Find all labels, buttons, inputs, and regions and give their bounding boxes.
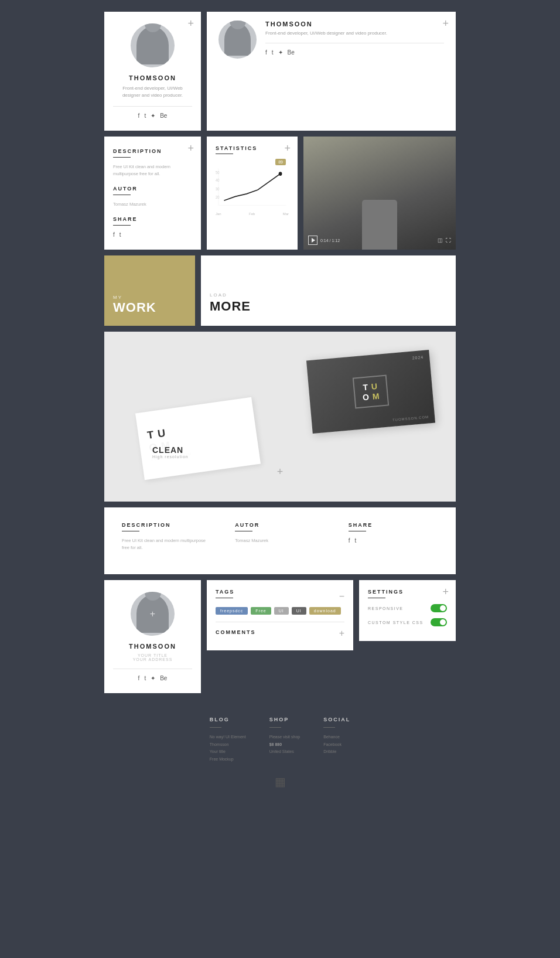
tag-download[interactable]: download [309, 607, 341, 615]
svg-text:20: 20 [216, 195, 220, 199]
bizcard-date: 2024 [412, 355, 424, 360]
footer-shop-col: SHOP Please visit shop$8 880United State… [269, 717, 301, 763]
bizcard-tu-om-dark: T UO M [361, 381, 380, 402]
footer-social-text: BehanceFacebookDribble [323, 734, 350, 756]
plus-icon-stats[interactable]: + [284, 142, 291, 155]
twitter-icon-bottom[interactable]: t [144, 675, 146, 681]
share-twitter-icon-wide[interactable]: t [354, 537, 356, 544]
toggle-knob-responsive [440, 605, 446, 611]
footer-social-col: SOCIAL BehanceFacebookDribble [323, 717, 350, 763]
profile-stat-title: YOUR TITLE [138, 653, 168, 657]
twitter-icon[interactable]: t [144, 112, 146, 119]
play-triangle-icon [312, 238, 315, 243]
instagram-icon[interactable]: ✦ [151, 112, 155, 119]
chart-area: 89 50 40 30 20 Jan Feb Mar [216, 159, 289, 212]
settings-title: SETTINGS [368, 589, 447, 595]
tags-title-area: TAGS [216, 589, 234, 604]
loadmore-card[interactable]: LOAD MORE [201, 255, 456, 326]
plus-icon[interactable]: + [187, 18, 194, 30]
desc-divider [113, 157, 131, 158]
mywork-card[interactable]: MY WORK [104, 255, 195, 326]
tag-ui-1[interactable]: UI [274, 607, 289, 615]
share-facebook-icon-wide[interactable]: f [349, 537, 350, 544]
settings-custom-css-label: CUSTOM STYLE CSS [368, 621, 424, 625]
footer-columns: BLOG No way! UI ElementThomssonYour titl… [116, 717, 444, 763]
share-twitter-icon[interactable]: t [119, 231, 121, 238]
stats-divider [216, 154, 233, 154]
responsive-toggle[interactable] [431, 604, 447, 612]
bizcard-container: T UO M TUOMSSON.COM 2024 T UO M TUOMSSON… [116, 349, 444, 484]
footer-section: BLOG No way! UI ElementThomssonYour titl… [104, 699, 456, 800]
instagram-icon-wide[interactable]: ✦ [278, 49, 283, 56]
tags-minus-icon[interactable]: − [339, 592, 344, 601]
footer-blog-divider [210, 727, 221, 728]
autor-divider [113, 195, 131, 195]
chart-badge: 89 [275, 159, 286, 165]
plus-icon-desc[interactable]: + [187, 142, 194, 155]
play-button[interactable] [308, 236, 317, 245]
fullscreen-icon[interactable]: ⛶ [446, 237, 451, 243]
tag-freepsdcc[interactable]: freepsdcc [216, 607, 248, 615]
video-time: 0:14 / 1:12 [320, 238, 435, 243]
twitter-icon-wide[interactable]: t [272, 49, 274, 56]
clean-sub: High resolution [152, 455, 189, 459]
bizcard-white: T UO M TUOMSSON.COM [135, 397, 261, 480]
tag-free[interactable]: Free [251, 607, 271, 615]
behance-icon-wide[interactable]: Be [288, 49, 295, 56]
share-divider [113, 225, 131, 226]
comments-plus-icon[interactable]: + [339, 628, 344, 639]
footer-social-title: SOCIAL [323, 717, 350, 722]
footer-blog-text: No way! UI ElementThomssonYour titleFree… [210, 734, 246, 763]
avatar-wide [218, 21, 257, 59]
bizcard-dark: 2024 T UO M TUOMSSON.COM [306, 350, 435, 434]
custom-css-toggle[interactable] [431, 618, 447, 626]
settings-card: + SETTINGS RESPONSIVE CUSTOM STYLE CSS [359, 580, 456, 641]
row-2: + DESCRIPTION Free UI Kit clean and mode… [104, 137, 456, 250]
video-icons-right: ◫ ⛶ [438, 237, 451, 243]
profile-stats: YOUR TITLE YOUR ADDRESS [133, 653, 173, 662]
avatar [131, 23, 175, 67]
desc-wide-text: Free UI Kit clean and modern multipurpos… [122, 537, 211, 551]
share-icons: f t [113, 231, 192, 238]
plus-icon-settings[interactable]: + [442, 586, 449, 598]
clean-label: CLEAN High resolution [145, 441, 196, 463]
chart-label-feb: Feb [249, 212, 255, 216]
description-text: Free UI Kit clean and modern multipurpos… [113, 163, 192, 178]
profile-name: THOMSOON [129, 74, 176, 81]
footer-blog-title: BLOG [210, 717, 246, 722]
social-icons: f t ✦ Be [138, 112, 168, 119]
description-title: DESCRIPTION [113, 148, 192, 154]
mywork-my: MY [113, 295, 186, 300]
facebook-icon-wide[interactable]: f [265, 49, 267, 56]
svg-text:40: 40 [216, 178, 220, 183]
loadmore-more: MORE [210, 299, 447, 314]
plus-icon-wide[interactable]: + [442, 18, 449, 30]
profile-desc-wide: Front-end developer, UI/Web designer and… [265, 30, 444, 37]
behance-icon[interactable]: Be [160, 112, 167, 119]
facebook-icon[interactable]: f [138, 112, 140, 119]
tag-ui-2[interactable]: UI [292, 607, 306, 615]
facebook-icon-bottom[interactable]: f [138, 675, 140, 681]
behance-icon-bottom[interactable]: Be [160, 675, 167, 681]
profile-name-bottom: THOMSOON [129, 643, 176, 650]
volume-icon[interactable]: ◫ [438, 237, 443, 243]
divider [113, 106, 192, 107]
avatar-silhouette [136, 26, 169, 64]
description-wide-section: DESCRIPTION Free UI Kit clean and modern… [104, 507, 456, 574]
desc-wide-autor-divider [235, 531, 252, 531]
profile-card-small: + THOMSOON Front-end developer, UI/Web d… [104, 12, 201, 131]
avatar-silhouette-wide [224, 23, 251, 56]
instagram-icon-bottom[interactable]: ✦ [151, 675, 155, 681]
desc-wide-col-2: AUTOR Tomasz Mazurek [235, 522, 325, 560]
bizcard-border-box: T UO M [353, 374, 389, 408]
chart-label-mar: Mar [283, 212, 289, 216]
tags-container: freepsdcc Free UI UI download [216, 607, 344, 615]
clean-title: CLEAN [152, 445, 189, 455]
avatar-plus-icon[interactable]: + [150, 609, 155, 619]
bizcard-section: T UO M TUOMSSON.COM 2024 T UO M TUOMSSON… [104, 332, 456, 502]
social-icons-bottom: f t ✦ Be [138, 675, 168, 681]
bizcard-plus-icon[interactable]: + [277, 466, 284, 478]
share-facebook-icon[interactable]: f [113, 231, 115, 238]
video-card: 0:14 / 1:12 ◫ ⛶ [303, 137, 456, 250]
bizcard-url-dark: TUOMSSON.COM [392, 415, 429, 422]
